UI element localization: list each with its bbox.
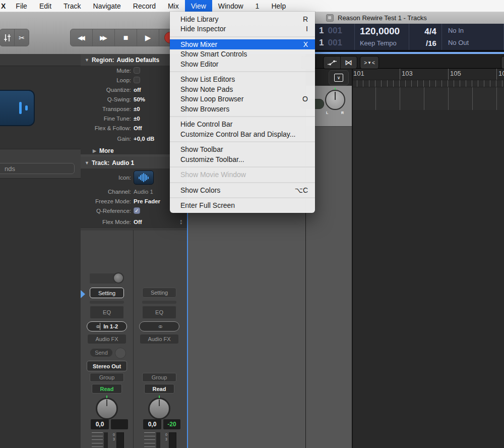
menu-item-hide-library[interactable]: Hide LibraryR — [170, 14, 315, 24]
menu-item-hide-control-bar[interactable]: Hide Control Bar — [170, 120, 315, 130]
param-value[interactable]: Off — [134, 125, 142, 131]
pan-display-right[interactable]: -20 — [163, 419, 180, 429]
empty-arrange-area[interactable] — [353, 110, 504, 448]
audio-fx-label: Audio FX — [148, 336, 170, 342]
menu-navigate[interactable]: Navigate — [87, 0, 127, 12]
pan-knob-right[interactable] — [148, 398, 170, 420]
menu-1[interactable]: 1 — [249, 0, 266, 12]
eq-label: EQ — [155, 309, 163, 315]
param-value[interactable]: ±0 — [134, 106, 140, 112]
group-button-left[interactable]: Group — [90, 373, 124, 382]
track-pan-knob[interactable] — [325, 90, 345, 110]
fader-slot-right[interactable] — [156, 432, 160, 448]
pan-display-left[interactable] — [111, 419, 128, 429]
gain-knob[interactable] — [113, 272, 124, 284]
flex-icon: ⋈ — [345, 58, 352, 67]
menu-edit[interactable]: Edit — [33, 0, 57, 12]
automation-button-right[interactable]: Read — [144, 384, 174, 394]
param-value[interactable]: ±0 — [134, 116, 140, 122]
menu-item-show-browsers[interactable]: Show Browsers — [170, 104, 315, 114]
menu-item-show-editor[interactable]: Show Editor — [170, 59, 315, 69]
stereo-circles-icon: ○○ — [96, 323, 98, 329]
disclosure-triangle-icon[interactable]: ▼ — [85, 160, 89, 165]
disclosure-triangle-icon[interactable]: ▶ — [93, 148, 96, 153]
fader-slot-left[interactable] — [104, 432, 108, 448]
play-button[interactable]: ▶ — [137, 29, 159, 46]
app-menu[interactable]: X — [0, 2, 10, 10]
menu-item-hide-inspector[interactable]: Hide InspectorI — [170, 24, 315, 34]
bar-ruler[interactable]: 101 103 105 107 — [353, 68, 504, 80]
pan-tick-icon — [159, 396, 160, 398]
rewind-button[interactable]: ◀◀ — [71, 29, 93, 46]
lcd-tempo[interactable]: 120,0000 Keep Tempo — [355, 24, 409, 50]
audio-patch-icon[interactable] — [0, 90, 35, 126]
automation-button[interactable] — [324, 57, 341, 69]
volume-display-right[interactable]: 0,0 — [143, 419, 161, 429]
param-value[interactable]: off — [134, 87, 141, 93]
lcd-position[interactable]: 1001 1001 — [315, 24, 355, 50]
eq-button-left[interactable]: EQ — [90, 306, 124, 319]
qreference-checkbox[interactable]: ✓ — [134, 207, 140, 214]
automation-button-left[interactable]: Read — [92, 384, 122, 394]
track-options-button[interactable]: ∨ — [329, 70, 349, 85]
track-icon-button[interactable] — [134, 171, 154, 185]
menu-file[interactable]: File — [10, 0, 33, 12]
menu-help[interactable]: Help — [265, 0, 292, 12]
menu-item-show-list-editors[interactable]: Show List Editors — [170, 75, 315, 85]
library-search-field[interactable]: nds — [0, 163, 75, 174]
menu-track[interactable]: Track — [57, 0, 87, 12]
forward-button[interactable]: ▶▶ — [93, 29, 115, 46]
play-icon: ▶ — [145, 33, 151, 42]
flex-button[interactable]: ⋈ — [341, 57, 357, 69]
menu-item-customize-control-bar[interactable]: Customize Control Bar and Display... — [170, 129, 315, 139]
ruler-tick-strip[interactable] — [353, 80, 504, 87]
tempo-mode[interactable]: Keep Tempo — [360, 38, 397, 49]
tracks-window-titlebar[interactable]: Reason Rewire Test 1 - Tracks — [315, 12, 504, 24]
menu-record[interactable]: Record — [127, 0, 162, 12]
fader-scale-right — [144, 432, 155, 448]
menu-item-show-toolbar[interactable]: Show Toolbar — [170, 145, 315, 155]
lcd-display[interactable]: 1001 1001 120,0000 Keep Tempo 4/4 /16 No… — [315, 24, 504, 50]
group-button-right[interactable]: Group — [142, 373, 176, 382]
track-lane-audio1[interactable] — [353, 87, 504, 110]
menu-window[interactable]: Window — [212, 0, 249, 12]
setting-button-right[interactable]: Setting — [142, 288, 176, 298]
menu-item-customize-toolbar[interactable]: Customize Toolbar... — [170, 154, 315, 164]
audio-fx-button-left[interactable]: Audio FX — [88, 334, 126, 344]
loop-checkbox[interactable] — [134, 77, 140, 83]
partial-toolbar-button-right[interactable] — [501, 56, 504, 69]
send-button-left[interactable]: Send — [90, 348, 113, 357]
volume-display-left[interactable]: 0,0 — [91, 419, 109, 429]
param-value[interactable]: 50% — [134, 96, 145, 102]
library-field-text: nds — [5, 165, 15, 173]
input-format-button-right[interactable]: ○○ — [139, 321, 179, 331]
menu-item-enter-full-screen[interactable]: Enter Full Screen — [170, 201, 315, 211]
lcd-signature[interactable]: 4/4 /16 — [409, 24, 442, 50]
stop-button[interactable]: ■ — [115, 29, 137, 46]
menu-item-show-loop-browser[interactable]: Show Loop BrowserO — [170, 94, 315, 104]
param-value[interactable]: Off — [134, 219, 142, 225]
param-value[interactable]: Pre Fader — [134, 198, 160, 204]
menu-item-show-colors[interactable]: Show Colors⌥C — [170, 185, 315, 195]
automation-label: Read — [100, 386, 114, 392]
output-button-left[interactable]: Stereo Out — [87, 361, 127, 371]
pan-knob-left[interactable] — [96, 398, 118, 420]
menu-item-show-mixer[interactable]: Show MixerX — [170, 39, 315, 49]
audio-fx-button-right[interactable]: Audio FX — [140, 334, 178, 344]
scissors-tool-button[interactable]: ✂ — [15, 29, 29, 46]
stepper-icon[interactable]: ▴▾ — [180, 219, 182, 225]
setting-button-left[interactable]: Setting — [90, 288, 124, 298]
catch-playhead-button[interactable]: > ▼ < — [360, 56, 379, 69]
menu-item-show-note-pads[interactable]: Show Note Pads — [170, 84, 315, 94]
menu-mix[interactable]: Mix — [162, 0, 185, 12]
eq-button-right[interactable]: EQ — [142, 306, 176, 319]
disclosure-triangle-icon[interactable]: ▼ — [85, 58, 89, 63]
tool-mode-button[interactable] — [0, 29, 15, 46]
menu-item-show-smart-controls[interactable]: Show Smart Controls — [170, 49, 315, 60]
menu-view[interactable]: View — [185, 0, 212, 12]
param-value[interactable]: +0,0 dB — [134, 136, 154, 142]
input-format-button-left[interactable]: ○○ In 1-2 — [87, 321, 127, 331]
strip-divider — [133, 230, 134, 448]
mute-checkbox[interactable] — [134, 67, 140, 74]
send-knob[interactable] — [115, 348, 126, 359]
